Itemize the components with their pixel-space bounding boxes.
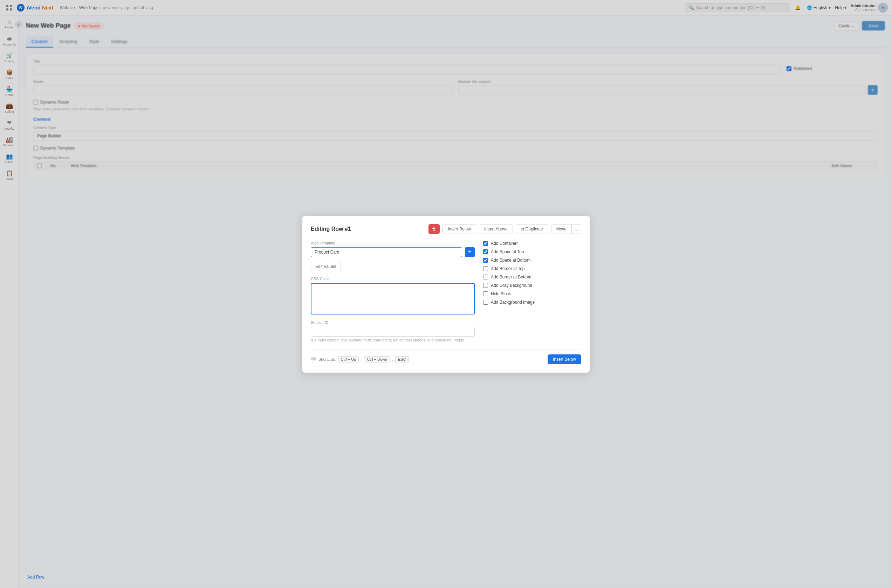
shortcut-ctrl-up: Ctrl + Up <box>338 356 359 363</box>
modal-body: Web Template + Edit Values CSS Class Sec… <box>311 241 581 342</box>
add-container-label: Add Container <box>491 241 518 246</box>
checkbox-add-border-bottom: Add Border at Bottom <box>483 274 581 279</box>
keyboard-icon: ⌨ <box>311 357 316 362</box>
insert-below-footer-button[interactable]: Insert Below <box>548 354 581 364</box>
add-gray-background-checkbox[interactable] <box>483 283 488 288</box>
shortcut-esc: ESC <box>395 356 409 363</box>
checkbox-add-border-top: Add Border at Top <box>483 266 581 271</box>
web-template-add-button[interactable]: + <box>465 247 475 257</box>
web-template-label: Web Template <box>311 241 475 245</box>
delete-button[interactable]: 🗑 <box>428 224 440 234</box>
add-space-top-checkbox[interactable] <box>483 249 488 254</box>
delete-icon: 🗑 <box>432 226 436 231</box>
shortcut-ctrl-down: Ctrl + Down <box>364 356 390 363</box>
modal-title: Editing Row #1 <box>311 226 351 232</box>
duplicate-icon: ⧉ <box>521 226 524 231</box>
checkbox-add-container: Add Container <box>483 241 581 246</box>
insert-above-button[interactable]: Insert Above <box>479 224 513 234</box>
shortcut-sep-1: , <box>361 357 362 362</box>
hide-block-label: Hide Block <box>491 291 511 296</box>
add-space-top-label: Add Space at Top <box>491 249 524 254</box>
checkbox-add-gray-background: Add Gray Background <box>483 283 581 288</box>
hide-block-checkbox[interactable] <box>483 291 488 296</box>
modal-left: Web Template + Edit Values CSS Class Sec… <box>311 241 475 342</box>
web-template-row: + <box>311 247 475 257</box>
shortcuts-area: ⌨ Shortcuts: Ctrl + Up , Ctrl + Down , E… <box>311 356 409 363</box>
add-border-top-label: Add Border at Top <box>491 266 525 271</box>
shortcut-sep-2: , <box>392 357 393 362</box>
modal-actions: 🗑 Insert Below Insert Above ⧉ Duplicate … <box>428 224 581 234</box>
editing-row-modal: Editing Row #1 🗑 Insert Below Insert Abo… <box>302 216 590 373</box>
add-space-bottom-label: Add Space at Bottom <box>491 258 530 262</box>
add-border-bottom-label: Add Border at Bottom <box>491 274 531 279</box>
section-id-label: Section ID <box>311 321 475 325</box>
modal-header: Editing Row #1 🗑 Insert Below Insert Abo… <box>311 224 581 234</box>
checkbox-add-space-bottom: Add Space at Bottom <box>483 258 581 262</box>
add-background-image-label: Add Background Image <box>491 300 535 304</box>
checkbox-add-background-image: Add Background Image <box>483 300 581 304</box>
checkbox-group: Add Container Add Space at Top Add Space… <box>483 241 581 304</box>
edit-values-button[interactable]: Edit Values <box>311 262 341 271</box>
checkbox-add-space-top: Add Space at Top <box>483 249 581 254</box>
css-class-label: CSS Class <box>311 277 475 281</box>
modal-footer: ⌨ Shortcuts: Ctrl + Up , Ctrl + Down , E… <box>311 349 581 364</box>
add-space-bottom-checkbox[interactable] <box>483 258 488 262</box>
duplicate-label: Duplicate <box>526 226 543 231</box>
add-border-top-checkbox[interactable] <box>483 266 488 271</box>
section-id-hint: IDs must contain only alphanumeric chara… <box>311 338 475 342</box>
checkbox-hide-block: Hide Block <box>483 291 581 296</box>
add-gray-background-label: Add Gray Background <box>491 283 532 288</box>
shortcuts-label: Shortcuts: <box>318 357 336 362</box>
move-dropdown-button[interactable]: ⌄ <box>572 224 581 234</box>
modal-right: Add Container Add Space at Top Add Space… <box>483 241 581 342</box>
add-border-bottom-checkbox[interactable] <box>483 274 488 279</box>
duplicate-button[interactable]: ⧉ Duplicate <box>516 224 548 234</box>
add-background-image-checkbox[interactable] <box>483 300 488 304</box>
insert-below-button[interactable]: Insert Below <box>443 224 476 234</box>
add-container-checkbox[interactable] <box>483 241 488 246</box>
modal-overlay: Editing Row #1 🗑 Insert Below Insert Abo… <box>0 0 892 588</box>
web-template-input[interactable] <box>311 247 462 257</box>
move-button[interactable]: Move <box>551 224 572 234</box>
css-class-textarea[interactable] <box>311 283 475 315</box>
section-id-input[interactable] <box>311 327 475 336</box>
